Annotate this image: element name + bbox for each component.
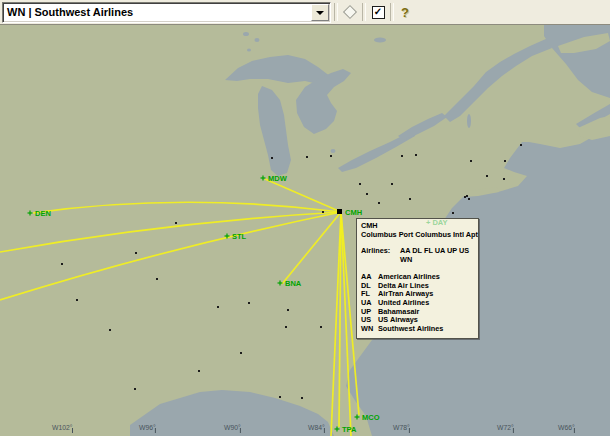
toolbar-separator xyxy=(334,3,338,21)
tooltip-airline-list: AAAmerican AirlinesDLDelta Air LinesFLAi… xyxy=(361,273,478,334)
longitude-label: W84° xyxy=(308,424,325,431)
airport-dot[interactable] xyxy=(175,222,177,224)
airport-dot[interactable] xyxy=(486,175,488,177)
toolbar-separator xyxy=(362,3,366,21)
airport-code-text: DEN xyxy=(35,209,51,218)
airport-dot[interactable] xyxy=(301,397,303,399)
airport-dot[interactable] xyxy=(391,183,393,185)
airport-dot[interactable] xyxy=(464,196,466,198)
longitude-label: W96° xyxy=(139,424,156,431)
airport-dot[interactable] xyxy=(271,157,273,159)
airport-label-DAY[interactable]: +DAY xyxy=(426,219,448,227)
airport-tooltip: CMH Columbus Port Columbus Intl Apt Airl… xyxy=(356,218,479,339)
airport-dot[interactable] xyxy=(287,309,289,311)
airport-code-text: MDW xyxy=(268,174,288,183)
airport-dot[interactable] xyxy=(134,388,136,390)
small-lake xyxy=(255,38,260,42)
airline-selector-value: WN | Southwest Airlines xyxy=(7,6,133,18)
airport-dot[interactable] xyxy=(156,278,158,280)
airport-dot[interactable] xyxy=(452,212,454,214)
airport-dot[interactable] xyxy=(279,396,281,398)
airport-code-text: TPA xyxy=(342,425,357,434)
longitude-label: W72° xyxy=(497,424,514,431)
longitude-label: W102° xyxy=(52,424,73,431)
airport-dot[interactable] xyxy=(306,156,308,158)
airport-dot[interactable] xyxy=(330,155,332,157)
airport-dot[interactable] xyxy=(285,326,287,328)
toggle-labels-button[interactable]: ✓ xyxy=(368,2,388,22)
airport-dot[interactable] xyxy=(359,183,361,185)
longitude-label: W90° xyxy=(224,424,241,431)
tooltip-airline-row: WNSouthwest Airlines xyxy=(361,325,478,334)
airport-dot[interactable] xyxy=(378,202,380,204)
airport-dot[interactable] xyxy=(466,195,468,197)
airport-dot[interactable] xyxy=(470,160,472,162)
tooltip-airport-name: Columbus Port Columbus Intl Apt xyxy=(361,231,478,240)
longitude-label: W78° xyxy=(393,424,410,431)
diamond-icon xyxy=(343,5,357,19)
lake-champlain xyxy=(467,114,471,128)
airline-selector[interactable]: WN | Southwest Airlines xyxy=(2,2,331,23)
longitude-label: W66° xyxy=(558,424,575,431)
help-icon: ? xyxy=(401,5,409,20)
airport-dot[interactable] xyxy=(61,263,63,265)
selected-airport-square-icon xyxy=(337,209,342,214)
airport-dot[interactable] xyxy=(468,198,470,200)
airport-code-text: STL xyxy=(232,232,247,241)
airport-dot[interactable] xyxy=(109,329,111,331)
lake-st-clair xyxy=(331,149,336,153)
small-lake xyxy=(243,32,249,36)
airport-dot[interactable] xyxy=(320,326,322,328)
checkbox-checked-icon: ✓ xyxy=(372,6,385,19)
airport-code-text: BNA xyxy=(285,279,302,288)
airport-dot[interactable] xyxy=(415,154,417,156)
airport-dot[interactable] xyxy=(520,144,522,146)
toolbar: WN | Southwest Airlines ✓ ? xyxy=(0,0,610,25)
airport-cross-icon: + xyxy=(426,218,430,227)
chevron-down-icon xyxy=(316,11,324,15)
small-lake xyxy=(247,49,251,52)
airport-dot[interactable] xyxy=(198,370,200,372)
tooltip-airline-codes-2: WN xyxy=(361,256,478,265)
airport-dot[interactable] xyxy=(217,306,219,308)
airport-dot[interactable] xyxy=(366,193,368,195)
airport-dot[interactable] xyxy=(135,252,137,254)
help-button[interactable]: ? xyxy=(395,2,415,22)
airline-selector-dropdown-button[interactable] xyxy=(311,4,329,21)
toolbar-separator xyxy=(390,3,394,21)
airport-dot[interactable] xyxy=(504,160,506,162)
zoom-extent-button[interactable] xyxy=(340,2,360,22)
airport-dot[interactable] xyxy=(503,178,505,180)
airport-code-text: MCO xyxy=(362,413,380,422)
tooltip-airlines-label: Airlines: xyxy=(361,247,400,256)
airport-dot[interactable] xyxy=(76,299,78,301)
airport-dot[interactable] xyxy=(401,155,403,157)
selected-airport-code: CMH xyxy=(345,208,362,217)
airport-dot[interactable] xyxy=(240,352,242,354)
route-map[interactable]: DENMDWSTLBNAMCOTPACMH W102°W96°W90°W84°W… xyxy=(0,24,610,436)
airport-dot[interactable] xyxy=(409,198,411,200)
flight-map-window: { "toolbar": { "airline_selector_value":… xyxy=(0,0,610,436)
tooltip-airline-codes: AA DL FL UA UP US xyxy=(400,246,469,255)
small-lake xyxy=(374,38,386,43)
airport-dot[interactable] xyxy=(322,211,324,213)
tooltip-airlines-line: Airlines:AA DL FL UA UP US xyxy=(361,247,478,256)
airport-dot[interactable] xyxy=(248,302,250,304)
